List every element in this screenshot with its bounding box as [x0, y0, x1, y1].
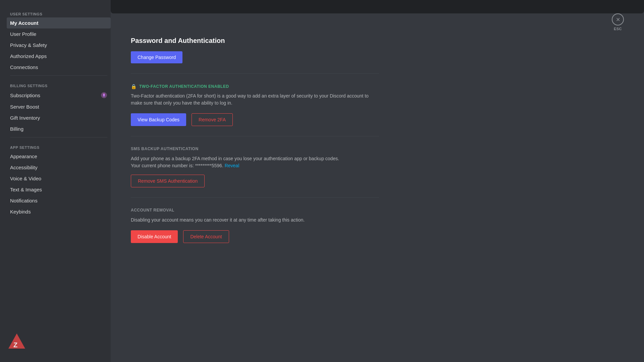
app-settings-label: APP SETTINGS — [7, 140, 111, 151]
sidebar-item-label: Server Boost — [10, 104, 39, 110]
sidebar-item-accessibility[interactable]: Accessibility — [7, 162, 111, 173]
tfa-description: Two-Factor authentication (2FA for short… — [131, 93, 379, 107]
sidebar-item-text-images[interactable]: Text & Images — [7, 184, 111, 195]
esc-button[interactable]: ✕ ESC — [612, 13, 624, 31]
remove-sms-button[interactable]: Remove SMS Authentication — [131, 175, 205, 187]
sidebar-item-label: Gift Inventory — [10, 115, 40, 121]
view-backup-codes-button[interactable]: View Backup Codes — [131, 113, 186, 126]
sidebar-item-authorized-apps[interactable]: Authorized Apps — [7, 51, 111, 62]
sidebar-item-voice-video[interactable]: Voice & Video — [7, 173, 111, 184]
divider-password — [131, 73, 379, 74]
lock-icon: 🔒 — [131, 84, 137, 89]
sidebar-item-label: Appearance — [10, 154, 37, 159]
divider-1 — [10, 75, 107, 76]
tfa-header: 🔒 TWO-FACTOR AUTHENTICATION ENABLED — [131, 84, 379, 89]
sidebar-item-privacy-safety[interactable]: Privacy & Safety — [7, 40, 111, 51]
tfa-enabled-text: TWO-FACTOR AUTHENTICATION ENABLED — [139, 84, 229, 89]
page-content: Password and Authentication Change Passw… — [111, 23, 399, 260]
sms-description-text: Add your phone as a backup 2FA method in… — [131, 156, 339, 161]
password-section-title: Password and Authentication — [131, 37, 379, 45]
sidebar-item-appearance[interactable]: Appearance — [7, 151, 111, 162]
app-logo: Z — [7, 332, 27, 352]
phone-number-text: Your current phone number is: *********5… — [131, 163, 223, 168]
user-settings-label: USER SETTINGS — [7, 7, 111, 17]
account-removal-description: Disabling your account means you can rec… — [131, 217, 379, 224]
svg-text:Z: Z — [13, 341, 17, 349]
esc-circle-icon: ✕ — [612, 13, 624, 25]
sidebar-item-keybinds[interactable]: Keybinds — [7, 206, 111, 217]
account-removal-btn-row: Disable Account Delete Account — [131, 230, 379, 243]
sidebar-item-label: Voice & Video — [10, 176, 41, 181]
reveal-phone-link[interactable]: Reveal — [225, 163, 239, 168]
sidebar-item-label: Keybinds — [10, 209, 31, 215]
disable-account-button[interactable]: Disable Account — [131, 230, 178, 243]
sidebar: USER SETTINGS My Account User Profile Pr… — [0, 0, 111, 362]
tfa-section: 🔒 TWO-FACTOR AUTHENTICATION ENABLED Two-… — [131, 84, 379, 126]
sidebar-item-label: My Account — [10, 20, 38, 26]
billing-settings-label: BILLING SETTINGS — [7, 78, 111, 89]
main-content: ✕ ESC Password and Authentication Change… — [111, 0, 644, 362]
divider-sms — [131, 197, 379, 198]
sidebar-item-label: Billing — [10, 126, 23, 132]
account-removal-title: ACCOUNT REMOVAL — [131, 208, 379, 213]
sms-section-title: SMS BACKUP AUTHENTICATION — [131, 146, 379, 151]
divider-tfa — [131, 136, 379, 136]
sidebar-item-label: Notifications — [10, 198, 38, 203]
close-icon: ✕ — [616, 16, 620, 23]
sidebar-item-label: Subscriptions — [10, 93, 40, 98]
boost-icon — [101, 92, 107, 99]
delete-account-button[interactable]: Delete Account — [183, 230, 229, 243]
sidebar-item-label: Text & Images — [10, 187, 42, 192]
esc-label: ESC — [614, 27, 622, 31]
remove-2fa-button[interactable]: Remove 2FA — [192, 113, 233, 126]
sidebar-item-connections[interactable]: Connections — [7, 62, 111, 73]
sidebar-item-notifications[interactable]: Notifications — [7, 195, 111, 206]
sidebar-item-label: Privacy & Safety — [10, 42, 47, 48]
sidebar-item-server-boost[interactable]: Server Boost — [7, 101, 111, 112]
sms-section: SMS BACKUP AUTHENTICATION Add your phone… — [131, 146, 379, 187]
sidebar-item-my-account[interactable]: My Account — [7, 17, 111, 28]
account-removal-section: ACCOUNT REMOVAL Disabling your account m… — [131, 208, 379, 243]
tfa-btn-row: View Backup Codes Remove 2FA — [131, 113, 379, 126]
change-password-button[interactable]: Change Password — [131, 51, 182, 63]
sidebar-item-label: Authorized Apps — [10, 53, 47, 59]
sidebar-item-billing[interactable]: Billing — [7, 123, 111, 134]
sidebar-item-label: User Profile — [10, 31, 36, 37]
divider-2 — [10, 137, 107, 137]
sidebar-item-subscriptions[interactable]: Subscriptions — [7, 89, 111, 101]
sidebar-item-label: Connections — [10, 64, 38, 70]
sidebar-item-user-profile[interactable]: User Profile — [7, 28, 111, 40]
sidebar-item-label: Accessibility — [10, 165, 38, 170]
sms-description: Add your phone as a backup 2FA method in… — [131, 155, 379, 169]
password-section: Password and Authentication Change Passw… — [131, 37, 379, 63]
sidebar-item-gift-inventory[interactable]: Gift Inventory — [7, 112, 111, 123]
top-dark-bar — [111, 0, 644, 13]
